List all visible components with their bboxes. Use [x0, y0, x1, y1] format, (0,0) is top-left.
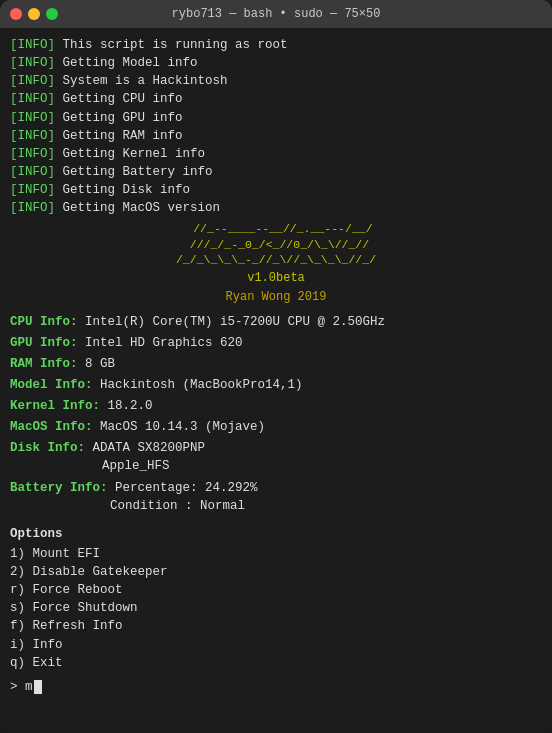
- battery-label: Battery Info:: [10, 481, 108, 495]
- disk-label: Disk Info:: [10, 441, 85, 455]
- ram-info: RAM Info: 8 GB: [10, 355, 542, 373]
- info-lines: [INFO] This script is running as root [I…: [10, 36, 542, 217]
- author-text: Ryan Wong 2019: [10, 289, 542, 306]
- option-i: i) Info: [10, 636, 542, 654]
- kernel-info: Kernel Info: 18.2.0: [10, 397, 542, 415]
- disk-value2: Apple_HFS: [10, 457, 542, 475]
- close-button[interactable]: [10, 8, 22, 20]
- option-q: q) Exit: [10, 654, 542, 672]
- disk-value1: ADATA SX8200PNP: [85, 441, 205, 455]
- macos-info: MacOS Info: MacOS 10.14.3 (Mojave): [10, 418, 542, 436]
- cpu-value: Intel(R) Core(TM) i5-7200U CPU @ 2.50GHz: [78, 315, 386, 329]
- battery-condition: Condition : Normal: [10, 497, 542, 515]
- terminal-window: rybo713 — bash • sudo — 75×50 [INFO] Thi…: [0, 0, 552, 733]
- version-text: v1.0beta: [10, 270, 542, 287]
- traffic-lights: [10, 8, 58, 20]
- maximize-button[interactable]: [46, 8, 58, 20]
- gpu-info: GPU Info: Intel HD Graphics 620: [10, 334, 542, 352]
- model-label: Model Info:: [10, 378, 93, 392]
- macos-label: MacOS Info:: [10, 420, 93, 434]
- terminal-content[interactable]: [INFO] This script is running as root [I…: [0, 28, 552, 733]
- option-s: s) Force Shutdown: [10, 599, 542, 617]
- window-title: rybo713 — bash • sudo — 75×50: [172, 7, 381, 21]
- macos-value: MacOS 10.14.3 (Mojave): [93, 420, 266, 434]
- prompt-line[interactable]: > m: [10, 678, 542, 696]
- options-header: Options: [10, 525, 542, 543]
- option-1: 1) Mount EFI: [10, 545, 542, 563]
- model-info: Model Info: Hackintosh (MacBookPro14,1): [10, 376, 542, 394]
- option-2: 2) Disable Gatekeeper: [10, 563, 542, 581]
- battery-percentage: Percentage: 24.292%: [108, 481, 258, 495]
- battery-info: Battery Info: Percentage: 24.292% Condit…: [10, 479, 542, 515]
- prompt-text: > m: [10, 678, 33, 696]
- option-r: r) Force Reboot: [10, 581, 542, 599]
- gpu-value: Intel HD Graphics 620: [78, 336, 243, 350]
- minimize-button[interactable]: [28, 8, 40, 20]
- option-f: f) Refresh Info: [10, 617, 542, 635]
- kernel-value: 18.2.0: [100, 399, 153, 413]
- cpu-info: CPU Info: Intel(R) Core(TM) i5-7200U CPU…: [10, 313, 542, 331]
- ascii-art: //_--____--__//_.__---/__/ ///_/_-_0_/<_…: [10, 221, 542, 268]
- model-value: Hackintosh (MacBookPro14,1): [93, 378, 303, 392]
- gpu-label: GPU Info:: [10, 336, 78, 350]
- cursor: [34, 680, 42, 694]
- kernel-label: Kernel Info:: [10, 399, 100, 413]
- ram-value: 8 GB: [78, 357, 116, 371]
- ram-label: RAM Info:: [10, 357, 78, 371]
- cpu-label: CPU Info:: [10, 315, 78, 329]
- options-section: Options 1) Mount EFI 2) Disable Gatekeep…: [10, 525, 542, 672]
- title-bar: rybo713 — bash • sudo — 75×50: [0, 0, 552, 28]
- disk-info: Disk Info: ADATA SX8200PNP Apple_HFS: [10, 439, 542, 475]
